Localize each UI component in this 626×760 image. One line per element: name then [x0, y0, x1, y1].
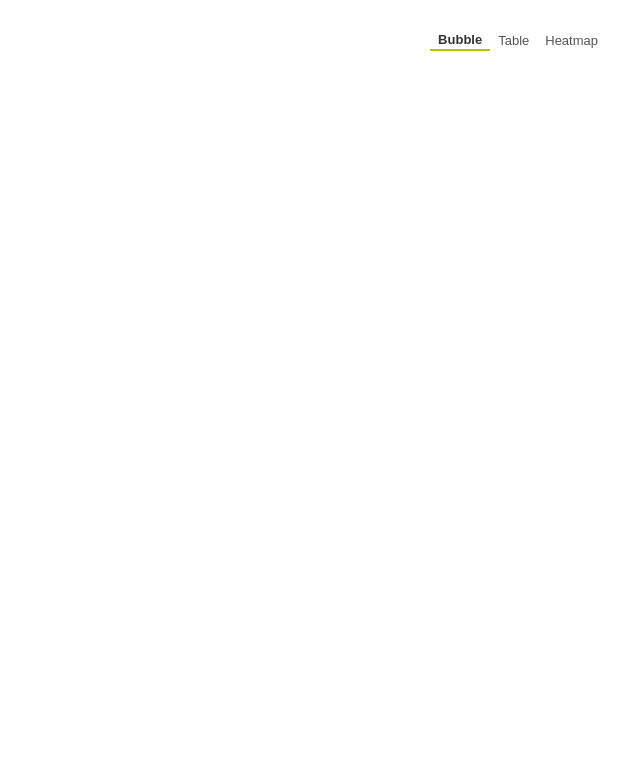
table-view-button[interactable]: Table	[490, 31, 537, 50]
bubble-view-button[interactable]: Bubble	[430, 30, 490, 51]
correlation-table	[20, 59, 606, 67]
table-label-header	[20, 59, 606, 67]
view-toggle: Bubble Table Heatmap	[20, 30, 606, 51]
legend-container	[30, 79, 210, 81]
legend-row	[20, 79, 606, 81]
heatmap-view-button[interactable]: Heatmap	[537, 31, 606, 50]
